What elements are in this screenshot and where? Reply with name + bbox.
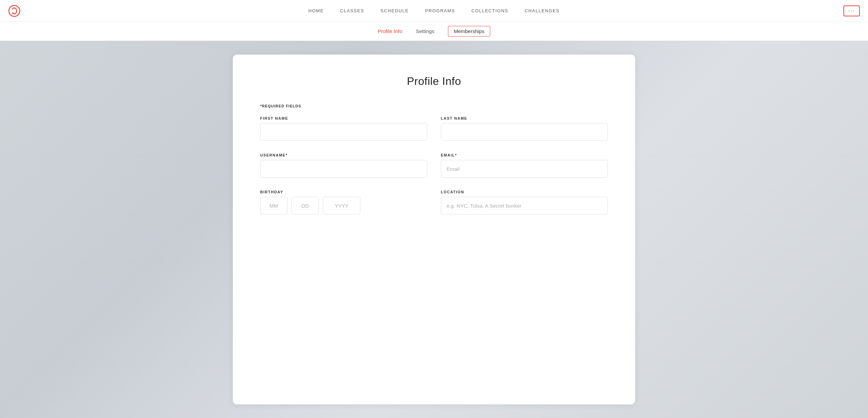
email-group: EMAIL* bbox=[441, 153, 608, 178]
birthday-label: BIRTHDAY bbox=[260, 190, 427, 194]
more-button[interactable]: ··· bbox=[843, 5, 860, 16]
tab-profile-info[interactable]: Profile Info bbox=[378, 27, 402, 35]
nav-schedule[interactable]: SCHEDULE bbox=[380, 8, 409, 13]
nav-links: HOME CLASSES SCHEDULE PROGRAMS COLLECTIO… bbox=[309, 8, 560, 13]
top-navigation: HOME CLASSES SCHEDULE PROGRAMS COLLECTIO… bbox=[0, 0, 868, 22]
page-title: Profile Info bbox=[260, 75, 608, 88]
sub-navigation: Profile Info Settings Memberships bbox=[0, 22, 868, 41]
tab-memberships[interactable]: Memberships bbox=[448, 26, 490, 36]
birthday-mm-input[interactable] bbox=[260, 197, 287, 214]
page-background: Profile Info *REQUIRED FIELDS FIRST NAME… bbox=[0, 41, 868, 418]
peloton-logo bbox=[8, 5, 20, 17]
birthday-yyyy-input[interactable] bbox=[323, 197, 360, 214]
email-input[interactable] bbox=[441, 160, 608, 178]
birthday-inputs bbox=[260, 197, 427, 214]
username-input[interactable] bbox=[260, 160, 427, 178]
email-label: EMAIL* bbox=[441, 153, 608, 157]
logo-area bbox=[8, 5, 20, 17]
birthday-location-row: BIRTHDAY LOCATION bbox=[260, 190, 608, 214]
first-name-group: FIRST NAME bbox=[260, 116, 427, 141]
location-label: LOCATION bbox=[441, 190, 608, 194]
name-row: FIRST NAME LAST NAME bbox=[260, 116, 608, 141]
last-name-label: LAST NAME bbox=[441, 116, 608, 120]
svg-point-0 bbox=[9, 5, 20, 16]
location-group: LOCATION bbox=[441, 190, 608, 214]
nav-challenges[interactable]: CHALLENGES bbox=[525, 8, 559, 13]
birthday-group: BIRTHDAY bbox=[260, 190, 427, 214]
username-group: USERNAME* bbox=[260, 153, 427, 178]
profile-card: Profile Info *REQUIRED FIELDS FIRST NAME… bbox=[233, 55, 635, 404]
required-note: *REQUIRED FIELDS bbox=[260, 104, 608, 108]
first-name-input[interactable] bbox=[260, 123, 427, 141]
last-name-group: LAST NAME bbox=[441, 116, 608, 141]
nav-home[interactable]: HOME bbox=[309, 8, 324, 13]
first-name-label: FIRST NAME bbox=[260, 116, 427, 120]
last-name-input[interactable] bbox=[441, 123, 608, 141]
username-email-row: USERNAME* EMAIL* bbox=[260, 153, 608, 178]
nav-collections[interactable]: COLLECTIONS bbox=[472, 8, 508, 13]
birthday-dd-input[interactable] bbox=[291, 197, 319, 214]
tab-settings[interactable]: Settings bbox=[416, 27, 434, 35]
nav-classes[interactable]: CLASSES bbox=[340, 8, 364, 13]
username-label: USERNAME* bbox=[260, 153, 427, 157]
location-input[interactable] bbox=[441, 197, 608, 214]
nav-programs[interactable]: PROGRAMS bbox=[425, 8, 455, 13]
